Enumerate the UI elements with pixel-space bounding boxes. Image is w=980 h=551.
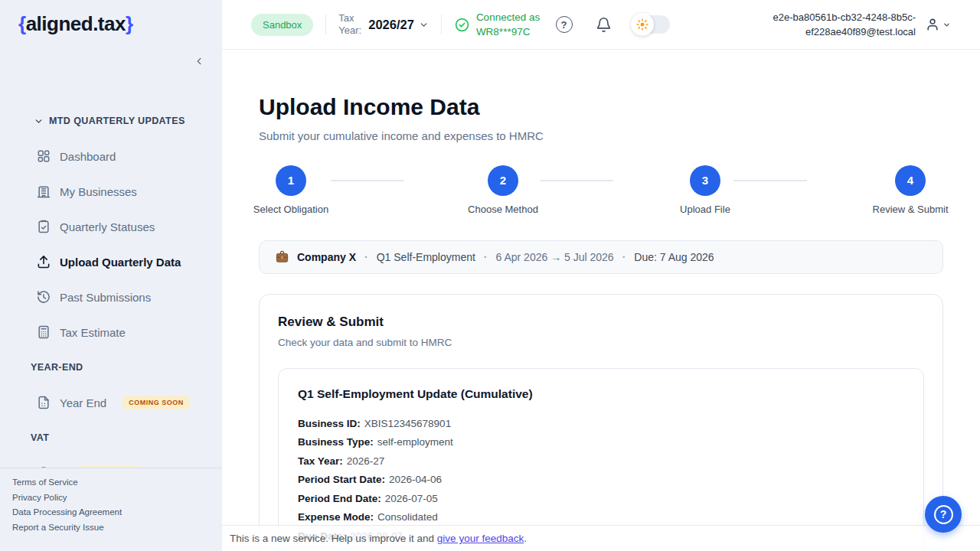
dashboard-icon <box>36 148 51 164</box>
sidebar-item-label: Tax Estimate <box>60 326 126 339</box>
connected-status: Connected as WR8***97C <box>454 10 540 39</box>
chevron-left-icon <box>194 56 204 67</box>
step-4-label: Review & Submit <box>873 204 949 215</box>
sidebar: {aligned.tax} MTD QUARTERLY UPDATES Dash… <box>0 0 222 551</box>
sidebar-item-dashboard[interactable]: Dashboard <box>0 139 222 174</box>
sidebar-item-label: Dashboard <box>60 150 116 163</box>
top-header: Sandbox Tax Year: 2026/27 Connected as W… <box>222 0 980 50</box>
summary-field-business-id: Business ID:XBIS12345678901 <box>298 415 904 434</box>
summary-field-tax-year: Tax Year:2026-27 <box>298 452 904 471</box>
user-icon <box>925 17 940 32</box>
summary-field-period-start: Period Start Date:2026-04-06 <box>298 471 904 490</box>
nav-section-year-end: YEAR-END <box>0 350 222 385</box>
sidebar-item-label: Upload Quarterly Data <box>60 256 181 269</box>
upload-icon <box>36 254 51 269</box>
step-2-label: Choose Method <box>468 204 538 215</box>
sidebar-item-tax-estimate[interactable]: Tax Estimate <box>0 315 222 350</box>
summary-title: Q1 Self-Employment Update (Cumulative) <box>298 387 904 401</box>
sidebar-item-upload-quarterly-data[interactable]: Upload Quarterly Data <box>0 244 222 279</box>
theme-toggle[interactable] <box>633 15 670 34</box>
connected-text: Connected as WR8***97C <box>476 10 540 39</box>
notifications-button[interactable] <box>596 17 612 33</box>
logo-open-brace: { <box>18 12 26 35</box>
brand-logo[interactable]: {aligned.tax} <box>18 12 133 36</box>
step-3-label: Upload File <box>680 204 730 215</box>
businesses-icon <box>36 184 51 199</box>
logo-close-brace: } <box>126 12 133 35</box>
step-connector <box>733 180 807 181</box>
step-1-circle: 1 <box>276 165 306 196</box>
feedback-text: This is a new service. Help us improve i… <box>230 533 527 544</box>
summary-field-business-type: Business Type:self-employment <box>298 433 904 452</box>
header-divider <box>325 15 326 34</box>
review-card-subtitle: Check your data and submit to HMRC <box>278 337 924 348</box>
theme-toggle-knob <box>631 13 654 36</box>
year-end-icon <box>36 395 51 410</box>
header-divider <box>441 15 442 34</box>
nav-section-mtd-quarterly-updates[interactable]: MTD QUARTERLY UPDATES <box>0 103 222 139</box>
nav-section-vat: VAT <box>0 420 222 455</box>
summary-field-period-end: Period End Date:2026-07-05 <box>298 490 904 509</box>
sun-icon <box>635 18 649 31</box>
footer-link-data-processing-agreement[interactable]: Data Processing Agreement <box>12 505 210 520</box>
selected-obligation-bar: Company X · Q1 Self-Employment · 6 Apr 2… <box>259 240 943 274</box>
give-feedback-link[interactable]: give your feedback <box>437 533 524 544</box>
step-connector <box>331 180 404 181</box>
nav-section-label: MTD QUARTERLY UPDATES <box>49 116 185 126</box>
calculator-icon <box>36 324 51 340</box>
update-summary-card: Q1 Self-Employment Update (Cumulative) B… <box>278 368 924 551</box>
sidebar-item-vat-partial[interactable]: COMING SOON <box>0 455 222 468</box>
obligation-period: 6 Apr 2026 → 5 Jul 2026 <box>496 251 614 263</box>
chevron-down-icon <box>34 116 44 126</box>
question-mark-icon: ? <box>556 16 573 33</box>
briefcase-icon <box>275 249 289 264</box>
profile-menu-button[interactable] <box>925 17 951 32</box>
nav-section-label: YEAR-END <box>31 362 83 373</box>
check-circle-icon <box>454 17 470 33</box>
sidebar-item-my-businesses[interactable]: My Businesses <box>0 174 222 209</box>
sidebar-item-quarterly-statuses[interactable]: Quarterly Statuses <box>0 209 222 244</box>
sidebar-footer: Terms of Service Privacy Policy Data Pro… <box>0 468 222 551</box>
review-submit-card: Review & Submit Check your data and subm… <box>259 294 943 551</box>
obligation-company-name: Company X <box>297 251 356 263</box>
help-fab-button[interactable]: ? <box>925 496 962 533</box>
footer-link-privacy-policy[interactable]: Privacy Policy <box>12 491 210 506</box>
chevron-down-icon <box>419 20 429 30</box>
step-4-circle: 4 <box>895 165 926 196</box>
sidebar-item-label: My Businesses <box>60 185 137 198</box>
page-title: Upload Income Data <box>259 93 943 122</box>
separator-dot: · <box>484 251 488 263</box>
chevron-down-icon <box>942 21 951 29</box>
footer-link-report-security-issue[interactable]: Report a Security Issue <box>12 520 210 536</box>
sidebar-item-label: Quarterly Statuses <box>60 220 155 233</box>
question-mark-icon: ? <box>934 505 953 524</box>
sidebar-item-label: Past Submissions <box>60 291 151 304</box>
tax-year-label: Tax Year: <box>338 12 361 37</box>
bell-icon <box>596 17 612 33</box>
step-2-circle: 2 <box>488 165 518 196</box>
review-card-title: Review & Submit <box>278 315 924 330</box>
stepper: 1 Select Obligation 2 Choose Method 3 Up… <box>259 165 943 219</box>
page-subtitle: Submit your cumulative income and expens… <box>259 129 943 142</box>
main-content: Upload Income Data Submit your cumulativ… <box>222 50 980 551</box>
separator-dot: · <box>364 251 368 263</box>
separator-dot: · <box>622 251 626 263</box>
quarterly-statuses-icon <box>36 219 51 234</box>
logo-text: aligned.tax <box>26 12 126 35</box>
footer-link-terms-of-service[interactable]: Terms of Service <box>12 475 210 491</box>
sidebar-item-year-end[interactable]: Year End COMING SOON <box>0 385 222 420</box>
step-1-label: Select Obligation <box>253 204 328 215</box>
step-connector <box>540 180 613 181</box>
sidebar-nav: MTD QUARTERLY UPDATES Dashboard My Busin… <box>0 103 222 468</box>
sidebar-item-label: Year End <box>60 396 106 409</box>
account-email: e2e-ba80561b-cb32-4248-8b5c- ef228ae40f8… <box>773 10 916 39</box>
summary-field-expense-mode: Expense Mode:Consolidated <box>298 508 904 527</box>
sidebar-collapse-button[interactable] <box>194 54 209 69</box>
help-button[interactable]: ? <box>556 16 573 33</box>
obligation-due-date: Due: 7 Aug 2026 <box>634 251 714 263</box>
feedback-banner: This is a new service. Help us improve i… <box>222 525 980 551</box>
tax-year-selector[interactable]: 2026/27 <box>368 18 429 32</box>
sandbox-badge: Sandbox <box>251 14 313 36</box>
sidebar-item-past-submissions[interactable]: Past Submissions <box>0 279 222 315</box>
tax-year-value: 2026/27 <box>368 18 414 32</box>
